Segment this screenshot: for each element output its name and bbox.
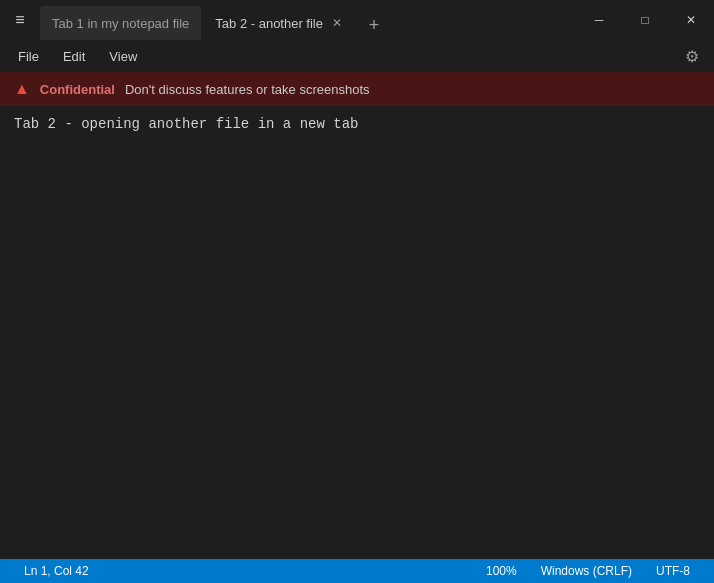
menu-bar: File Edit View ⚙ <box>0 40 714 72</box>
notification-title: Confidential <box>40 82 115 97</box>
window-controls: ─ □ ✕ <box>576 0 714 40</box>
notification-message: Don't discuss features or take screensho… <box>125 82 370 97</box>
tab-1-label: Tab 1 in my notepad file <box>52 16 189 31</box>
tab-2[interactable]: Tab 2 - another file ✕ <box>203 6 357 40</box>
tab-2-label: Tab 2 - another file <box>215 16 323 31</box>
warning-icon: ▲ <box>14 80 30 98</box>
tab-1[interactable]: Tab 1 in my notepad file <box>40 6 201 40</box>
settings-icon[interactable]: ⚙ <box>678 42 706 70</box>
title-bar: ≡ Tab 1 in my notepad file Tab 2 - anoth… <box>0 0 714 40</box>
editor-area[interactable]: Tab 2 - opening another file in a new ta… <box>0 106 714 559</box>
new-tab-button[interactable]: + <box>359 10 389 40</box>
menu-view[interactable]: View <box>99 45 147 68</box>
status-line-ending[interactable]: Windows (CRLF) <box>529 559 644 583</box>
minimize-button[interactable]: ─ <box>576 0 622 40</box>
notification-banner: ▲ Confidential Don't discuss features or… <box>0 72 714 106</box>
menu-items: File Edit View <box>8 45 147 68</box>
tabs-area: Tab 1 in my notepad file Tab 2 - another… <box>40 0 576 40</box>
tab-2-close[interactable]: ✕ <box>329 15 345 31</box>
app-icon: ≡ <box>0 11 40 29</box>
status-zoom[interactable]: 100% <box>474 559 529 583</box>
menu-file[interactable]: File <box>8 45 49 68</box>
close-button[interactable]: ✕ <box>668 0 714 40</box>
status-position[interactable]: Ln 1, Col 42 <box>12 559 101 583</box>
editor-content: Tab 2 - opening another file in a new ta… <box>14 116 358 132</box>
status-encoding[interactable]: UTF-8 <box>644 559 702 583</box>
status-bar: Ln 1, Col 42 100% Windows (CRLF) UTF-8 <box>0 559 714 583</box>
maximize-button[interactable]: □ <box>622 0 668 40</box>
menu-edit[interactable]: Edit <box>53 45 95 68</box>
